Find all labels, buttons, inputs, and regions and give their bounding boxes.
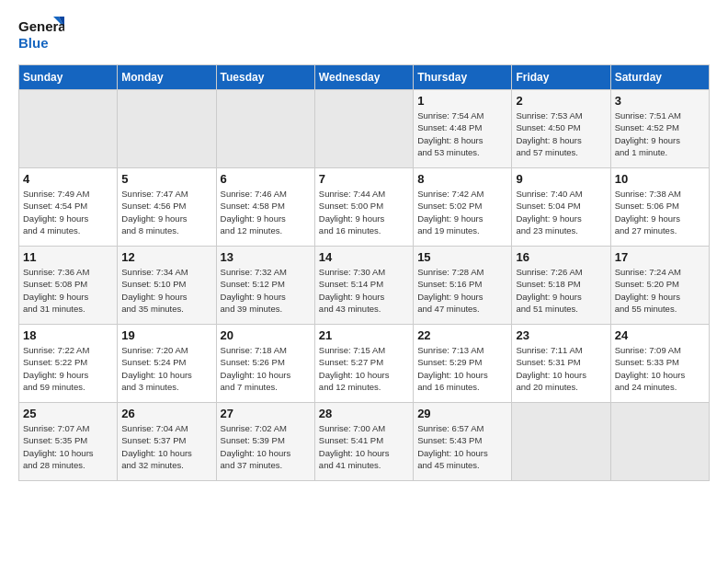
calendar-cell	[512, 403, 610, 481]
calendar-cell: 21Sunrise: 7:15 AM Sunset: 5:27 PM Dayli…	[314, 325, 413, 403]
day-number: 9	[516, 172, 606, 186]
day-number: 1	[417, 94, 507, 108]
day-number: 13	[221, 250, 311, 264]
calendar-cell: 15Sunrise: 7:28 AM Sunset: 5:16 PM Dayli…	[414, 247, 512, 325]
header-cell-thursday: Thursday	[414, 65, 512, 90]
day-info: Sunrise: 7:42 AM Sunset: 5:02 PM Dayligh…	[417, 188, 507, 236]
header-cell-sunday: Sunday	[19, 65, 118, 90]
day-number: 23	[516, 328, 606, 342]
week-row-2: 4Sunrise: 7:49 AM Sunset: 4:54 PM Daylig…	[19, 168, 710, 247]
day-info: Sunrise: 7:04 AM Sunset: 5:37 PM Dayligh…	[121, 422, 211, 471]
calendar-header: SundayMondayTuesdayWednesdayThursdayFrid…	[19, 65, 710, 90]
day-info: Sunrise: 7:32 AM Sunset: 5:12 PM Dayligh…	[221, 266, 311, 315]
calendar-cell	[118, 90, 216, 168]
svg-text:General: General	[18, 18, 64, 34]
calendar-cell: 8Sunrise: 7:42 AM Sunset: 5:02 PM Daylig…	[414, 168, 512, 247]
day-info: Sunrise: 7:13 AM Sunset: 5:29 PM Dayligh…	[417, 344, 507, 393]
day-number: 20	[221, 328, 311, 342]
day-info: Sunrise: 7:02 AM Sunset: 5:39 PM Dayligh…	[221, 422, 311, 471]
calendar-cell: 7Sunrise: 7:44 AM Sunset: 5:00 PM Daylig…	[314, 168, 413, 247]
day-number: 5	[121, 172, 211, 186]
header-cell-wednesday: Wednesday	[314, 65, 413, 90]
day-info: Sunrise: 7:28 AM Sunset: 5:16 PM Dayligh…	[417, 266, 507, 315]
calendar-cell: 27Sunrise: 7:02 AM Sunset: 5:39 PM Dayli…	[216, 403, 314, 481]
calendar-cell: 20Sunrise: 7:18 AM Sunset: 5:26 PM Dayli…	[216, 325, 314, 403]
calendar-cell: 2Sunrise: 7:53 AM Sunset: 4:50 PM Daylig…	[512, 90, 610, 168]
day-number: 22	[417, 328, 507, 342]
day-info: Sunrise: 7:54 AM Sunset: 4:48 PM Dayligh…	[417, 109, 507, 158]
calendar-cell: 26Sunrise: 7:04 AM Sunset: 5:37 PM Dayli…	[118, 403, 216, 481]
day-number: 8	[417, 172, 507, 186]
day-info: Sunrise: 7:44 AM Sunset: 5:00 PM Dayligh…	[319, 188, 409, 236]
day-info: Sunrise: 7:09 AM Sunset: 5:33 PM Dayligh…	[615, 344, 705, 393]
calendar-cell: 6Sunrise: 7:46 AM Sunset: 4:58 PM Daylig…	[216, 168, 314, 247]
day-info: Sunrise: 7:15 AM Sunset: 5:27 PM Dayligh…	[319, 344, 409, 393]
calendar-cell	[610, 403, 709, 481]
svg-text:Blue: Blue	[18, 35, 49, 51]
day-number: 7	[319, 172, 409, 186]
calendar-cell: 11Sunrise: 7:36 AM Sunset: 5:08 PM Dayli…	[19, 247, 118, 325]
day-number: 14	[319, 250, 409, 264]
calendar-cell: 18Sunrise: 7:22 AM Sunset: 5:22 PM Dayli…	[19, 325, 118, 403]
day-number: 16	[516, 250, 606, 264]
day-info: Sunrise: 7:36 AM Sunset: 5:08 PM Dayligh…	[23, 266, 113, 315]
calendar-cell: 4Sunrise: 7:49 AM Sunset: 4:54 PM Daylig…	[19, 168, 118, 247]
calendar-cell: 23Sunrise: 7:11 AM Sunset: 5:31 PM Dayli…	[512, 325, 610, 403]
calendar-cell: 28Sunrise: 7:00 AM Sunset: 5:41 PM Dayli…	[314, 403, 413, 481]
header-row: SundayMondayTuesdayWednesdayThursdayFrid…	[19, 65, 710, 90]
day-info: Sunrise: 7:47 AM Sunset: 4:56 PM Dayligh…	[121, 188, 211, 236]
calendar-cell	[216, 90, 314, 168]
day-number: 21	[319, 328, 409, 342]
week-row-4: 18Sunrise: 7:22 AM Sunset: 5:22 PM Dayli…	[19, 325, 710, 403]
day-info: Sunrise: 7:26 AM Sunset: 5:18 PM Dayligh…	[516, 266, 606, 315]
calendar-body: 1Sunrise: 7:54 AM Sunset: 4:48 PM Daylig…	[19, 90, 710, 481]
day-info: Sunrise: 7:38 AM Sunset: 5:06 PM Dayligh…	[615, 188, 705, 236]
week-row-3: 11Sunrise: 7:36 AM Sunset: 5:08 PM Dayli…	[19, 247, 710, 325]
day-info: Sunrise: 7:53 AM Sunset: 4:50 PM Dayligh…	[516, 109, 606, 158]
calendar-cell	[19, 90, 118, 168]
day-number: 19	[121, 328, 211, 342]
day-number: 2	[516, 94, 606, 108]
calendar-cell: 10Sunrise: 7:38 AM Sunset: 5:06 PM Dayli…	[610, 168, 709, 247]
calendar-cell: 17Sunrise: 7:24 AM Sunset: 5:20 PM Dayli…	[610, 247, 709, 325]
day-info: Sunrise: 7:00 AM Sunset: 5:41 PM Dayligh…	[319, 422, 409, 471]
header-cell-monday: Monday	[118, 65, 216, 90]
day-number: 11	[23, 250, 113, 264]
day-number: 3	[615, 94, 705, 108]
day-number: 25	[23, 407, 113, 420]
calendar-cell: 19Sunrise: 7:20 AM Sunset: 5:24 PM Dayli…	[118, 325, 216, 403]
day-number: 6	[221, 172, 311, 186]
day-info: Sunrise: 7:46 AM Sunset: 4:58 PM Dayligh…	[221, 188, 311, 236]
calendar-cell: 22Sunrise: 7:13 AM Sunset: 5:29 PM Dayli…	[414, 325, 512, 403]
day-number: 26	[121, 407, 211, 420]
calendar-cell: 5Sunrise: 7:47 AM Sunset: 4:56 PM Daylig…	[118, 168, 216, 247]
calendar-cell	[314, 90, 413, 168]
day-info: Sunrise: 7:51 AM Sunset: 4:52 PM Dayligh…	[615, 109, 705, 158]
day-info: Sunrise: 7:24 AM Sunset: 5:20 PM Dayligh…	[615, 266, 705, 315]
calendar-cell: 13Sunrise: 7:32 AM Sunset: 5:12 PM Dayli…	[216, 247, 314, 325]
calendar-cell: 24Sunrise: 7:09 AM Sunset: 5:33 PM Dayli…	[610, 325, 709, 403]
page-header: GeneralBlue	[18, 15, 710, 55]
week-row-1: 1Sunrise: 7:54 AM Sunset: 4:48 PM Daylig…	[19, 90, 710, 168]
day-info: Sunrise: 7:18 AM Sunset: 5:26 PM Dayligh…	[221, 344, 311, 393]
day-number: 15	[417, 250, 507, 264]
day-number: 28	[319, 407, 409, 420]
day-number: 24	[615, 328, 705, 342]
day-info: Sunrise: 7:30 AM Sunset: 5:14 PM Dayligh…	[319, 266, 409, 315]
day-number: 27	[221, 407, 311, 420]
week-row-5: 25Sunrise: 7:07 AM Sunset: 5:35 PM Dayli…	[19, 403, 710, 481]
day-number: 12	[121, 250, 211, 264]
day-info: Sunrise: 7:11 AM Sunset: 5:31 PM Dayligh…	[516, 344, 606, 393]
calendar-cell: 9Sunrise: 7:40 AM Sunset: 5:04 PM Daylig…	[512, 168, 610, 247]
header-cell-tuesday: Tuesday	[216, 65, 314, 90]
day-info: Sunrise: 7:49 AM Sunset: 4:54 PM Dayligh…	[23, 188, 113, 236]
calendar-cell: 14Sunrise: 7:30 AM Sunset: 5:14 PM Dayli…	[314, 247, 413, 325]
day-info: Sunrise: 7:40 AM Sunset: 5:04 PM Dayligh…	[516, 188, 606, 236]
logo-icon: GeneralBlue	[18, 15, 64, 55]
day-info: Sunrise: 7:20 AM Sunset: 5:24 PM Dayligh…	[121, 344, 211, 393]
day-info: Sunrise: 6:57 AM Sunset: 5:43 PM Dayligh…	[417, 422, 507, 471]
day-info: Sunrise: 7:34 AM Sunset: 5:10 PM Dayligh…	[121, 266, 211, 315]
calendar-cell: 1Sunrise: 7:54 AM Sunset: 4:48 PM Daylig…	[414, 90, 512, 168]
logo: GeneralBlue	[18, 15, 64, 55]
day-number: 18	[23, 328, 113, 342]
